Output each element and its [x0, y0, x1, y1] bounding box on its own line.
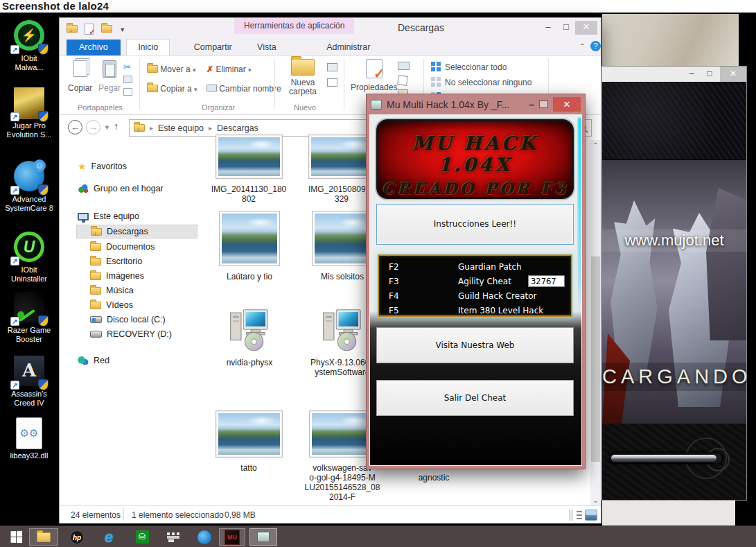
sidebar-item-documentos[interactable]: Documentos	[90, 240, 155, 254]
photo-thumbnail	[312, 211, 373, 266]
copy-to-button[interactable]: Copiar a ▾	[147, 84, 197, 94]
desktop-icon-pro-evolution[interactable]: ↗ Jugar Pro Evolution S...	[1, 87, 57, 139]
app-tools-tab[interactable]: Herramientas de aplicación	[234, 18, 354, 34]
paste-button[interactable]: Pegar	[98, 60, 121, 93]
game-minimize-button[interactable]: –	[684, 67, 699, 80]
hotkey-row-f5: F5 Item 380 Level Hack	[379, 303, 571, 318]
new-item-icon[interactable]	[327, 78, 337, 87]
desktop-icon-advanced-systemcare[interactable]: ↗ Advanced SystemCare 8	[1, 160, 57, 213]
file-img-20141130[interactable]: IMG_20141130_180 802	[211, 134, 287, 204]
sidebar-item-musica[interactable]: Música	[90, 284, 134, 297]
sidebar-item-imagenes[interactable]: Imágenes	[90, 269, 144, 283]
desktop-icon-assassins-creed[interactable]: A↗ Assassin's Creed IV	[1, 355, 57, 408]
file-nvidia-physx[interactable]: nvidia-physx	[213, 304, 285, 367]
hotkey-row-f2: F2 Guardian Patch	[379, 259, 571, 274]
back-button[interactable]: ←	[68, 120, 82, 134]
sidebar-item-favoritos[interactable]: ★Favoritos	[78, 159, 127, 173]
copy-button[interactable]: Copiar	[68, 60, 92, 93]
game-maximize-button[interactable]: □	[702, 67, 717, 80]
hotkey-row-f3: F3 Agility Cheat	[379, 274, 571, 288]
taskbar-mu-game-button[interactable]: MU	[219, 528, 245, 546]
maximize-button[interactable]: □	[557, 21, 575, 35]
thumbnail-view-button[interactable]	[585, 510, 597, 521]
agility-value-input[interactable]	[528, 275, 565, 287]
taskbar-hack-button[interactable]	[249, 528, 277, 546]
select-none-button[interactable]: No seleccionar ninguno	[431, 77, 531, 87]
paste-shortcut-icon[interactable]	[123, 88, 132, 96]
copy-path-icon[interactable]	[123, 76, 132, 83]
qat-properties-icon[interactable]: ✓	[85, 24, 94, 35]
sidebar-item-videos[interactable]: Vídeos	[90, 298, 133, 312]
forward-button[interactable]: →	[86, 120, 100, 134]
properties-button[interactable]: Propiedades	[351, 59, 397, 92]
ribbon-tabs: Archivo Inicio Compartir Vista Administr…	[60, 39, 601, 56]
recent-locations-chevron-icon[interactable]: ▼	[104, 124, 110, 131]
file-lautaro-y-tio[interactable]: Laútaro y tio	[213, 211, 285, 281]
desktop-icon-libeay32[interactable]: ⚙⚙ libeay32.dll	[1, 417, 57, 460]
tab-compartir[interactable]: Compartir	[183, 40, 243, 55]
tab-archivo[interactable]: Archivo	[67, 40, 121, 55]
status-bar: 24 elementos 1 elemento seleccionado 0,9…	[60, 505, 601, 523]
move-to-button[interactable]: Mover a ▾	[147, 64, 196, 74]
sidebar-item-grupo-hogar[interactable]: Grupo en el hogar	[78, 182, 164, 196]
start-button[interactable]	[6, 528, 26, 546]
dll-file-icon: ⚙⚙	[16, 417, 42, 449]
file-tatto[interactable]: tatto	[211, 410, 287, 473]
breadcrumb-root[interactable]: Este equipo	[158, 123, 204, 133]
exit-cheat-button[interactable]: Salir Del Cheat	[376, 380, 574, 416]
hack-maximize-button[interactable]	[539, 101, 548, 108]
minimize-button[interactable]: –	[539, 21, 557, 35]
sidebar-item-escritorio[interactable]: Escritorio	[90, 254, 142, 268]
taskbar-explorer-button[interactable]	[29, 528, 58, 546]
scroll-up-arrow[interactable]: ⌃	[590, 140, 601, 150]
easy-access-icon[interactable]	[327, 63, 337, 71]
tab-inicio[interactable]: Inicio	[126, 39, 170, 55]
sidebar-item-este-equipo[interactable]: Este equipo	[78, 209, 139, 223]
qat-folder-icon[interactable]	[101, 25, 112, 33]
scroll-down-arrow[interactable]: ⌄	[590, 495, 601, 505]
collapse-ribbon-chevron-icon[interactable]: ⌃	[579, 42, 585, 50]
sidebar-item-recovery[interactable]: RECOVERY (D:)	[90, 327, 172, 341]
taskbar-ie-button[interactable]: e	[98, 528, 119, 546]
help-icon[interactable]: ?	[590, 41, 601, 51]
tab-vista[interactable]: Vista	[246, 40, 288, 55]
cut-icon[interactable]: ✂	[123, 62, 131, 72]
sidebar-item-descargas[interactable]: ↓Descargas	[76, 225, 197, 238]
taskbar-store-button[interactable]: ⛁	[132, 528, 152, 546]
hotkey-action: Agility Cheat	[458, 277, 511, 286]
taskbar-systemcare-button[interactable]	[194, 528, 215, 546]
breadcrumb-separator: ▸	[150, 124, 153, 132]
game-close-button[interactable]: ✕	[720, 67, 746, 82]
group-label-clipboard: Portapapeles	[78, 103, 123, 112]
hack-close-button[interactable]: ✕	[553, 97, 581, 112]
tab-administrar[interactable]: Administrar	[315, 40, 381, 55]
taskbar-app1-button[interactable]	[163, 528, 184, 546]
close-button[interactable]: ✕	[575, 21, 597, 35]
up-button[interactable]: ↑	[114, 120, 119, 132]
rename-button[interactable]: Cambiar nombre	[206, 84, 281, 94]
vertical-scrollbar[interactable]: ⌃ ⌄	[590, 140, 601, 505]
sidebar-item-red[interactable]: Red	[78, 354, 109, 367]
scrollbar-thumb[interactable]	[591, 257, 600, 462]
game-header-texture	[602, 82, 746, 160]
visit-web-button[interactable]: Visita Nuestra Web	[376, 327, 574, 363]
delete-button[interactable]: ✗ Eliminar ▾	[206, 64, 252, 74]
taskbar-hp-button[interactable]: hp	[67, 528, 87, 546]
sidebar-item-disco-local[interactable]: Disco local (C:)	[90, 313, 166, 327]
desktop-icon-iobit-uninstaller[interactable]: U↗ IObit Uninstaller	[1, 231, 57, 284]
hp-icon: hp	[70, 530, 84, 544]
open-icon[interactable]	[398, 62, 410, 70]
loading-progress-bar	[609, 453, 723, 464]
hack-minimize-button[interactable]: –	[529, 99, 534, 110]
desktop-icon-razer-game-booster[interactable]: ↗ Razer Game Booster	[1, 291, 57, 344]
instructions-button[interactable]: Instrucciones Leer!!	[376, 204, 574, 245]
select-all-button[interactable]: Seleccionar todo	[431, 62, 507, 72]
desktop-icon-iobit-malware[interactable]: ⚡↗ IObit Malwa...	[1, 19, 57, 72]
edit-icon[interactable]	[397, 75, 408, 86]
qat-dropdown-chevron-icon[interactable]: ▼	[119, 26, 125, 33]
breadcrumb-current[interactable]: Descargas	[217, 123, 258, 133]
details-view-button[interactable]	[570, 510, 582, 521]
taskbar: hp e ⛁ MU	[0, 526, 756, 547]
qat-downloads-icon[interactable]: ↓	[67, 25, 78, 33]
new-folder-button[interactable]: Nueva carpeta	[283, 59, 323, 96]
